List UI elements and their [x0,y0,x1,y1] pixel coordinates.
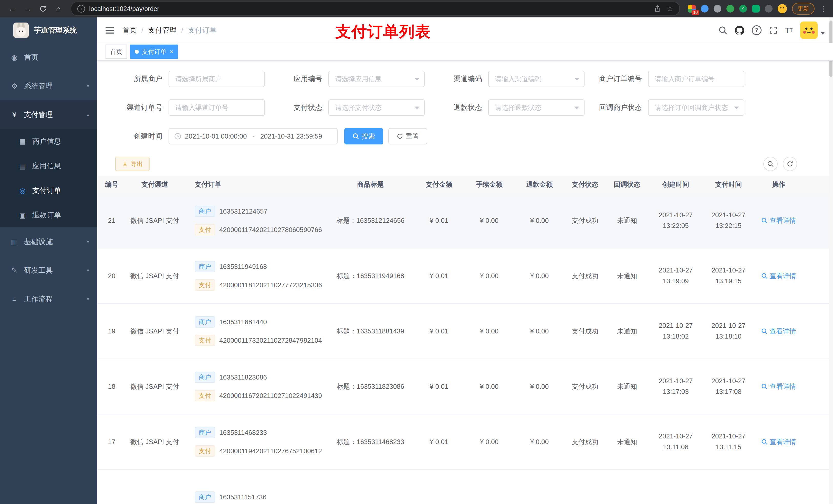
extension-gray-icon[interactable] [714,5,721,13]
extension-chat-icon[interactable] [752,5,760,13]
help-icon[interactable]: ? [752,25,762,35]
view-detail-link[interactable]: 查看详情 [761,271,796,281]
channel-code-select[interactable] [488,71,585,87]
github-icon[interactable] [735,26,744,35]
back-icon[interactable]: ← [5,2,20,15]
sidebar-item-workflow[interactable]: ≡ 工作流程 ▾ [0,285,97,313]
cell-channel: 微信 JSAPI 支付 [126,248,184,303]
breadcrumb-separator: / [141,26,143,34]
browser-update-button[interactable]: 更新 [792,3,814,15]
refresh-table-button[interactable] [783,157,797,171]
cell-pay-time: 2021-10-27 13:17:08 [703,359,754,414]
tab-home[interactable]: 首页 [105,45,127,59]
sidebar-item-label: 支付订单 [32,186,61,195]
browser-menu-icon[interactable]: ⋮ [820,5,827,13]
font-size-icon[interactable]: TT [785,26,792,34]
tab-pay-order[interactable]: 支付订单 × [130,45,178,59]
browser-profile-icon[interactable] [778,4,787,13]
extension-grid-icon[interactable]: 10 [688,5,696,13]
merchant-input[interactable] [169,71,265,87]
tags-view-bar: 首页 支付订单 × [97,43,833,61]
date-end: 2021-10-31 23:59:59 [260,133,322,140]
extension-green-icon[interactable] [727,5,734,13]
app-shell: 芋道管理系统 ◉ 首页 ⚙ 系统管理 ▾ ¥ 支付管理 ▴ ▤ 商户信息 [0,18,833,504]
cell-pay-order: 商户 1635311468233 支付 42000011942021102767… [184,414,327,469]
col-title: 商品标题 [327,176,414,193]
col-id: 编号 [97,176,126,193]
reload-icon[interactable] [36,2,50,15]
sidebar-item-payment[interactable]: ¥ 支付管理 ▴ [0,100,97,129]
pay-order-no: 4200001173202110272847982104 [219,337,322,344]
fullscreen-icon[interactable] [769,26,778,34]
forward-icon[interactable]: → [21,2,35,15]
toggle-search-button[interactable] [763,157,778,171]
payment-submenu: ▤ 商户信息 ▦ 应用信息 ◎ 支付订单 ▣ 退款订单 [0,129,97,227]
merchant-order-input[interactable] [648,71,744,87]
refund-status-select[interactable] [488,99,585,116]
page-scrollbar[interactable] [829,18,833,504]
sidebar-item-home[interactable]: ◉ 首页 [0,43,97,72]
view-detail-link[interactable]: 查看详情 [761,216,796,225]
cell-pay-order: 商户 1635311151736 [184,470,327,504]
cell-channel: 微信 JSAPI 支付 [126,414,184,469]
pay-order-no: 4200001174202110278060590766 [219,226,322,234]
sidebar-item-devtools[interactable]: ✎ 研发工具 ▾ [0,256,97,285]
filter-label-channel-order: 渠道订单号 [115,103,169,113]
collapse-sidebar-icon[interactable] [105,27,114,33]
search-icon [761,217,767,223]
pay-status-select[interactable] [328,99,425,116]
merchant-order-no: 1635311949168 [219,263,267,271]
sidebar-item-merchant-info[interactable]: ▤ 商户信息 [0,129,97,154]
view-detail-label: 查看详情 [769,271,796,281]
col-actions: 操作 [754,176,803,193]
create-time-range-input[interactable]: 2021-10-01 00:00:00 - 2021-10-31 23:59:5… [169,128,338,144]
view-detail-link[interactable]: 查看详情 [761,437,796,447]
extension-check-icon[interactable] [739,5,747,13]
cell-pay-status: 支付成功 [565,248,605,303]
sidebar-item-label: 首页 [24,52,39,62]
bookmark-star-icon[interactable]: ☆ [667,5,673,13]
breadcrumb-home[interactable]: 首页 [122,25,137,35]
table-row: 18 微信 JSAPI 支付 商户 1635311823086 支付 42000… [97,359,833,414]
app-select[interactable] [328,71,425,87]
search-icon[interactable] [718,26,727,34]
cell-title: 标题：1635311881439 [327,304,414,359]
sidebar-item-app-info[interactable]: ▦ 应用信息 [0,154,97,178]
search-button[interactable]: 搜索 [344,128,383,144]
gear-icon: ⚙ [10,82,19,90]
sidebar-item-infra[interactable]: ▥ 基础设施 ▾ [0,227,97,256]
site-info-icon[interactable]: i [77,5,85,13]
extensions-cluster: 10 [688,4,787,13]
url-text[interactable]: localhost:1024/pay/order [89,5,654,13]
tab-close-icon[interactable]: × [170,48,173,55]
sidebar-item-system[interactable]: ⚙ 系统管理 ▾ [0,72,97,100]
table-header: 编号 支付渠道 支付订单 商品标题 支付金额 手续金额 退款金额 支付状态 回调… [97,176,833,193]
cell-pay-order: 商户 1635311949168 支付 42000011812021102777… [184,248,327,303]
user-avatar[interactable] [800,22,825,39]
channel-order-input[interactable] [169,99,265,116]
cell-action: 查看详情 [754,304,803,359]
sidebar-item-pay-order[interactable]: ◎ 支付订单 [0,178,97,203]
extension-dark-icon[interactable] [765,5,772,13]
notify-status-select[interactable] [648,99,744,116]
home-icon[interactable]: ⌂ [51,2,66,15]
page-header: 首页 / 支付管理 / 支付订单 支付订单列表 ? [97,18,833,43]
view-detail-link[interactable]: 查看详情 [761,327,796,336]
tool-icon: ✎ [10,266,19,275]
sidebar-item-label: 系统管理 [24,81,53,91]
view-detail-link[interactable]: 查看详情 [761,382,796,391]
extension-blue-icon[interactable] [701,5,709,13]
date-line: 2021-10-27 [712,265,746,276]
export-button-label: 导出 [130,160,143,168]
export-button[interactable]: 导出 [115,157,149,171]
reset-button[interactable]: 重置 [388,128,427,144]
share-icon[interactable] [654,5,661,12]
address-bar[interactable]: i localhost:1024/pay/order ☆ [71,2,680,16]
cell-refund: ¥ 0.00 [514,414,565,469]
sidebar-item-refund-order[interactable]: ▣ 退款订单 [0,203,97,227]
cell-notify-status: 未通知 [605,248,648,303]
breadcrumb-pay[interactable]: 支付管理 [148,25,177,35]
sidebar-logo[interactable]: 芋道管理系统 [0,18,97,43]
col-amount: 支付金额 [414,176,464,193]
cell-title: 标题：1635311468233 [327,414,414,469]
